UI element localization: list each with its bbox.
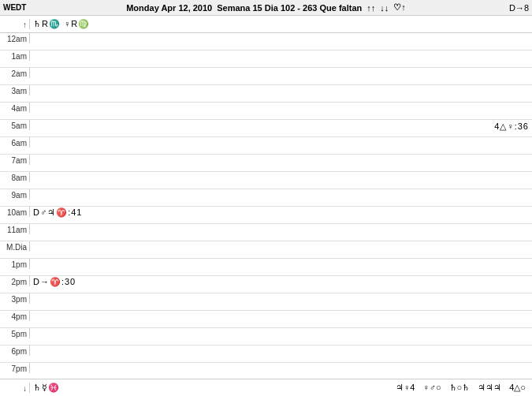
time-slot-content xyxy=(30,224,532,241)
time-label: 4am xyxy=(0,103,30,113)
time-label: 7pm xyxy=(0,363,30,373)
icon-5: 4△○ xyxy=(509,383,526,393)
time-slot-content xyxy=(30,328,532,346)
time-label: 1pm xyxy=(0,259,30,269)
time-slot-content xyxy=(30,293,532,311)
time-row: 4pm xyxy=(0,311,532,328)
time-slot-content: D→♈:30 xyxy=(30,276,532,293)
event-right-text: 4△♀:36 xyxy=(494,121,529,132)
time-slot-content: D♂♃♈:41 xyxy=(30,207,532,224)
time-row: 7am xyxy=(0,155,532,172)
time-row: 1pm xyxy=(0,259,532,276)
time-label: 9am xyxy=(0,189,30,200)
bottom-row-symbols: ♄☿♓ xyxy=(33,383,60,393)
time-label: 3pm xyxy=(0,293,30,304)
header-date-info: Monday Apr 12, 2010 Semana 15 Dia 102 - … xyxy=(126,2,406,13)
time-row: 5am4△♀:36 xyxy=(0,120,532,137)
time-slot-content xyxy=(30,259,532,276)
time-row: 2pmD→♈:30 xyxy=(0,276,532,293)
time-label: 10am xyxy=(0,207,30,217)
time-label: 8am xyxy=(0,172,30,182)
time-label: 5pm xyxy=(0,328,30,338)
time-slot-content xyxy=(30,189,532,207)
sort-icon-asc[interactable]: ↑↑ xyxy=(366,3,375,13)
top-row-events: ♄R♏ ♀R♍ xyxy=(30,16,532,33)
time-slot-content xyxy=(30,172,532,189)
time-row: 3pm xyxy=(0,293,532,311)
time-label: 6am xyxy=(0,137,30,148)
time-row: M.Dia xyxy=(0,241,532,259)
icon-2: ♀♂○ xyxy=(422,383,441,393)
top-special-row: ↑ ♄R♏ ♀R♍ xyxy=(0,16,532,33)
bottom-row-arrow: ↓ xyxy=(0,383,30,393)
calendar-grid: 12am1am2am3am4am5am4△♀:366am7am8am9am10a… xyxy=(0,33,532,379)
time-label: 3am xyxy=(0,85,30,95)
bottom-special-row: ↓ ♄☿♓ ♃♀4 ♀♂○ ♄○♄ ♃♃♃ 4△○ xyxy=(0,379,532,396)
time-row: 1am xyxy=(0,50,532,68)
time-row: 9am xyxy=(0,189,532,207)
time-slot-content xyxy=(30,363,532,379)
time-label: 1am xyxy=(0,50,30,61)
time-row: 3am xyxy=(0,85,532,103)
time-row: 12am xyxy=(0,33,532,50)
time-row: 6am xyxy=(0,137,532,155)
time-row: 7pm xyxy=(0,363,532,379)
time-slot-content xyxy=(30,50,532,68)
time-slot-content xyxy=(30,137,532,155)
calendar-header: WEDT Monday Apr 12, 2010 Semana 15 Dia 1… xyxy=(0,0,532,16)
time-slot-content xyxy=(30,155,532,172)
sort-icon-heart[interactable]: ♡↑ xyxy=(393,2,406,13)
time-label: 11am xyxy=(0,224,30,234)
day-label: Monday Apr 12, 2010 xyxy=(126,3,212,13)
time-row: 4am xyxy=(0,103,532,120)
icon-4: ♃♃♃ xyxy=(478,383,501,393)
bottom-row-icons: ♃♀4 ♀♂○ ♄○♄ ♃♃♃ 4△○ xyxy=(396,383,529,393)
bottom-row-content: ♄☿♓ ♃♀4 ♀♂○ ♄○♄ ♃♃♃ 4△○ xyxy=(30,379,532,397)
time-label: 4pm xyxy=(0,311,30,321)
time-label: 2pm xyxy=(0,276,30,286)
time-slot-content xyxy=(30,68,532,85)
time-label: 6pm xyxy=(0,346,30,356)
time-row: 10amD♂♃♈:41 xyxy=(0,207,532,224)
time-label: M.Dia xyxy=(0,241,30,252)
timezone-label: WEDT xyxy=(3,3,26,12)
time-label: 7am xyxy=(0,155,30,165)
icon-3: ♄○♄ xyxy=(449,383,471,393)
time-row: 2am xyxy=(0,68,532,85)
event-text: D→♈:30 xyxy=(33,277,76,286)
icon-1: ♃♀4 xyxy=(396,383,415,393)
time-slot-content xyxy=(30,103,532,120)
top-row-arrow: ↑ xyxy=(0,19,30,29)
time-slot-content xyxy=(30,33,532,50)
week-info: Semana 15 Dia 102 - 263 Que faltan xyxy=(217,3,362,13)
time-label: 12am xyxy=(0,33,30,43)
time-label: 5am xyxy=(0,120,30,130)
time-row: 6pm xyxy=(0,346,532,363)
moon-event: D→8 xyxy=(509,3,529,13)
time-row: 11am xyxy=(0,224,532,241)
event-text: D♂♃♈:41 xyxy=(33,207,83,217)
time-slot-content xyxy=(30,241,532,259)
time-slot-content xyxy=(30,311,532,328)
sort-icon-desc[interactable]: ↓↓ xyxy=(380,3,389,13)
time-slot-content xyxy=(30,346,532,363)
time-row: 8am xyxy=(0,172,532,189)
time-label: 2am xyxy=(0,68,30,78)
top-row-symbols: ♄R♏ ♀R♍ xyxy=(33,19,90,29)
time-row: 5pm xyxy=(0,328,532,346)
header-right-event: D→8 xyxy=(509,3,529,13)
time-slot-content xyxy=(30,85,532,103)
time-slot-content: 4△♀:36 xyxy=(30,120,532,137)
